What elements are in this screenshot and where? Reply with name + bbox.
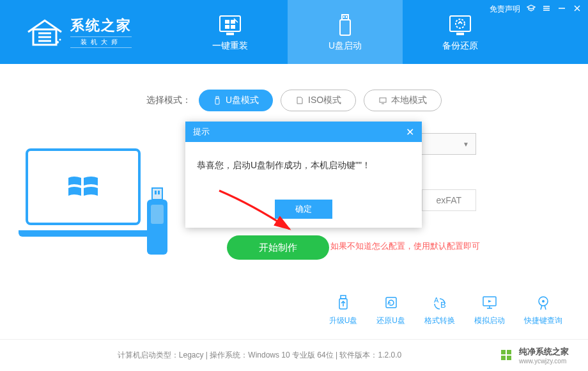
chevron-down-icon: ▼ bbox=[463, 141, 469, 148]
tool-label: 快捷键查询 bbox=[524, 315, 562, 326]
svg-rect-17 bbox=[456, 33, 464, 35]
header: 系统之家 装机大师 一键重装 U盘启动 备份还原 免责声明 bbox=[0, 0, 588, 64]
logo: 系统之家 装机大师 bbox=[0, 0, 173, 64]
tool-label: 升级U盘 bbox=[329, 315, 358, 326]
svg-rect-11 bbox=[231, 25, 235, 29]
dialog-title: 提示 bbox=[193, 126, 210, 138]
footer-sysinfo: 计算机启动类型：Legacy | 操作系统：Windows 10 专业版 64位… bbox=[19, 350, 500, 361]
menu-icon[interactable] bbox=[542, 4, 551, 15]
svg-rect-33 bbox=[151, 205, 164, 224]
brand-name: 纯净系统之家 bbox=[519, 346, 569, 358]
tab-usb-boot[interactable]: U盘启动 bbox=[288, 0, 403, 64]
footer: 计算机启动类型：Legacy | 操作系统：Windows 10 专业版 64位… bbox=[0, 339, 588, 371]
grad-cap-icon[interactable] bbox=[527, 4, 536, 15]
tool-simulate-boot[interactable]: 模拟启动 bbox=[474, 294, 505, 326]
laptop-icon bbox=[26, 148, 141, 225]
svg-rect-6 bbox=[220, 16, 240, 31]
svg-text:B: B bbox=[440, 300, 446, 310]
windows-flag-icon bbox=[67, 173, 99, 201]
svg-rect-27 bbox=[380, 98, 386, 102]
config-hint: 如果不知道怎么配置，使用默认配置即可 bbox=[330, 241, 480, 252]
usb-stick-icon bbox=[142, 187, 173, 257]
disclaimer-link[interactable]: 免责声明 bbox=[490, 4, 520, 15]
dialog-titlebar: 提示 ✕ bbox=[185, 122, 422, 142]
mode-row: 选择模式： U盘模式 ISO模式 本地模式 bbox=[0, 90, 588, 111]
svg-line-44 bbox=[545, 305, 546, 310]
minimize-button[interactable] bbox=[557, 4, 566, 15]
svg-rect-10 bbox=[225, 25, 229, 29]
svg-rect-9 bbox=[231, 20, 235, 24]
start-make-button[interactable]: 开始制作 bbox=[227, 235, 329, 260]
format-convert-icon: AB bbox=[431, 294, 449, 312]
pill-label: U盘模式 bbox=[226, 95, 259, 106]
tab-reinstall[interactable]: 一键重装 bbox=[173, 0, 288, 64]
close-button[interactable] bbox=[573, 4, 582, 15]
svg-rect-16 bbox=[450, 16, 470, 31]
filesystem-label: exFAT bbox=[437, 195, 461, 205]
svg-rect-46 bbox=[501, 350, 506, 354]
tab-label: 一键重装 bbox=[212, 40, 248, 52]
svg-line-43 bbox=[541, 305, 542, 310]
dialog-ok-button[interactable]: 确定 bbox=[275, 200, 332, 219]
dialog: 提示 ✕ 恭喜您，启动U盘制作成功，本机启动键""！ 确定 bbox=[185, 122, 422, 228]
pill-label: 本地模式 bbox=[391, 95, 427, 106]
backup-icon bbox=[447, 12, 473, 38]
svg-point-45 bbox=[542, 300, 545, 303]
mode-iso[interactable]: ISO模式 bbox=[281, 90, 356, 111]
mode-label: 选择模式： bbox=[146, 95, 191, 106]
svg-text:A: A bbox=[434, 296, 439, 304]
iso-icon bbox=[295, 96, 304, 105]
logo-text-sub: 装机大师 bbox=[70, 36, 132, 48]
filesystem-option-exfat[interactable]: exFAT bbox=[422, 189, 476, 211]
tab-label: U盘启动 bbox=[329, 40, 362, 52]
svg-rect-15 bbox=[346, 16, 347, 18]
hotkey-icon bbox=[534, 294, 552, 312]
footer-brand: 纯净系统之家 www.ycwjzy.com bbox=[500, 346, 569, 365]
brand-url: www.ycwjzy.com bbox=[519, 358, 569, 365]
bottom-toolbar: 升级U盘 还原U盘 AB 格式转换 模拟启动 快捷键查询 bbox=[329, 294, 562, 326]
tool-label: 还原U盘 bbox=[376, 315, 405, 326]
svg-rect-7 bbox=[226, 33, 234, 35]
svg-rect-48 bbox=[501, 356, 506, 360]
tool-upgrade-usb[interactable]: 升级U盘 bbox=[329, 294, 358, 326]
tab-label: 备份还原 bbox=[442, 40, 478, 52]
tool-label: 格式转换 bbox=[424, 315, 455, 326]
usb-small-icon bbox=[213, 96, 222, 105]
logo-icon bbox=[26, 17, 64, 47]
svg-rect-26 bbox=[215, 99, 219, 104]
svg-rect-29 bbox=[152, 188, 162, 200]
mode-local[interactable]: 本地模式 bbox=[364, 90, 442, 111]
start-button-label: 开始制作 bbox=[259, 242, 297, 254]
usb-icon bbox=[332, 12, 358, 38]
tool-restore-usb[interactable]: 还原U盘 bbox=[376, 294, 405, 326]
brand-icon bbox=[500, 349, 514, 363]
svg-point-4 bbox=[56, 41, 59, 43]
svg-rect-49 bbox=[507, 356, 511, 360]
svg-rect-36 bbox=[386, 297, 396, 308]
window-controls: 免责声明 bbox=[490, 4, 582, 15]
svg-rect-13 bbox=[340, 20, 350, 35]
svg-rect-47 bbox=[507, 350, 511, 354]
simulate-icon bbox=[481, 294, 499, 312]
tool-format-convert[interactable]: AB 格式转换 bbox=[424, 294, 455, 326]
svg-rect-8 bbox=[225, 20, 229, 24]
restore-usb-icon bbox=[382, 294, 400, 312]
ok-label: 确定 bbox=[295, 203, 312, 215]
tool-hotkey-lookup[interactable]: 快捷键查询 bbox=[524, 294, 562, 326]
svg-rect-31 bbox=[158, 191, 160, 194]
svg-rect-14 bbox=[343, 16, 344, 18]
tool-label: 模拟启动 bbox=[474, 315, 505, 326]
svg-point-18 bbox=[456, 19, 465, 28]
mode-usb[interactable]: U盘模式 bbox=[199, 90, 273, 111]
upgrade-usb-icon bbox=[334, 294, 352, 312]
local-icon bbox=[378, 96, 387, 105]
illustration bbox=[26, 148, 166, 257]
dialog-close-button[interactable]: ✕ bbox=[406, 126, 414, 138]
reinstall-icon bbox=[217, 12, 243, 38]
pill-label: ISO模式 bbox=[308, 95, 341, 106]
dialog-message: 恭喜您，启动U盘制作成功，本机启动键""！ bbox=[185, 142, 422, 200]
logo-text-main: 系统之家 bbox=[70, 16, 132, 35]
svg-point-5 bbox=[59, 39, 61, 41]
svg-rect-30 bbox=[155, 191, 157, 194]
svg-rect-12 bbox=[342, 15, 348, 20]
